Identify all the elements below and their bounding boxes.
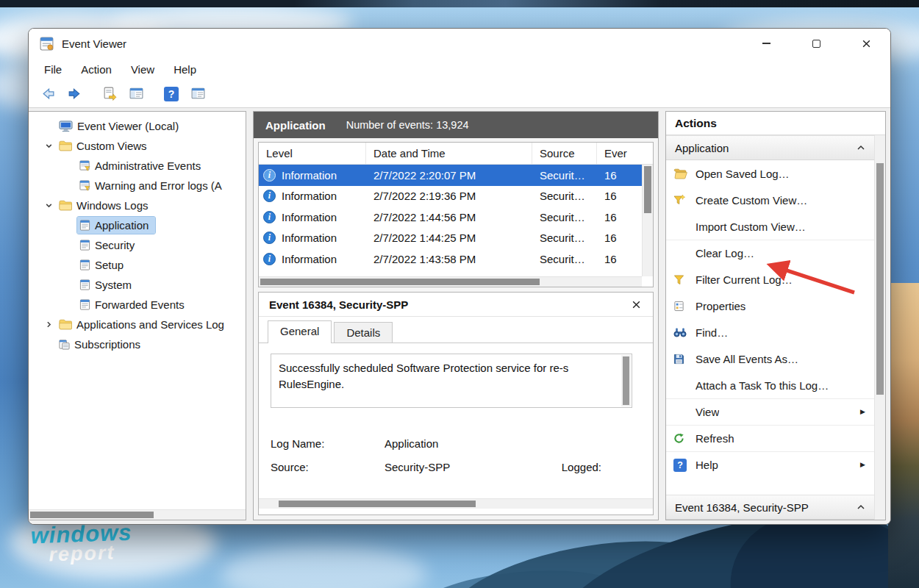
scrollbar-thumb[interactable] <box>260 279 540 285</box>
tree-item-windows-logs[interactable]: Windows Logs <box>29 196 246 215</box>
create-custom-view-icon <box>673 194 695 206</box>
action-pane-icon <box>190 86 206 101</box>
tree-item-system[interactable]: System <box>29 275 246 295</box>
action-label: Filter Current Log… <box>695 273 793 286</box>
event-level: Information <box>282 253 337 265</box>
tree-item-label: Warning and Error logs (A <box>95 179 222 192</box>
folder-icon <box>59 140 72 151</box>
event-description: Successfully scheduled Software Protecti… <box>271 354 632 408</box>
description-vertical-scrollbar[interactable] <box>621 355 631 406</box>
action-help[interactable]: ? Help ▶ <box>666 451 874 478</box>
tree-item-administrative-events[interactable]: Administrative Events <box>29 156 246 176</box>
scrollbar-thumb[interactable] <box>279 501 476 507</box>
forward-button[interactable] <box>64 84 85 104</box>
column-header-event-id[interactable]: Ever <box>597 143 653 164</box>
action-clear-log[interactable]: Clear Log… <box>666 240 874 266</box>
window-controls <box>733 29 890 58</box>
tree-item-label: System <box>95 279 132 291</box>
collapse-section-icon[interactable] <box>857 145 865 151</box>
action-create-custom-view[interactable]: Create Custom View… <box>666 187 874 213</box>
action-filter-current-log[interactable]: Filter Current Log… <box>666 266 874 293</box>
action-refresh[interactable]: Refresh <box>666 425 874 451</box>
minimize-icon <box>762 43 770 44</box>
column-header-date-time[interactable]: Date and Time <box>366 143 532 164</box>
column-header-level[interactable]: Level <box>259 143 366 164</box>
tree-horizontal-scrollbar[interactable] <box>29 509 246 520</box>
action-save-all-events-as[interactable]: Save All Events As… <box>666 345 874 372</box>
event-row[interactable]: iInformation 2/7/2022 1:44:56 PM Securit… <box>259 207 642 228</box>
chevron-down-icon[interactable] <box>40 201 57 209</box>
action-find[interactable]: Find… <box>666 319 874 345</box>
table-header-row: Level Date and Time Source Ever <box>259 143 653 165</box>
tree-item-subscriptions[interactable]: Subscriptions <box>29 334 246 354</box>
help-icon: ? <box>673 459 695 472</box>
action-pane-toggle-button[interactable] <box>187 84 208 104</box>
tree-item-label: Subscriptions <box>74 338 140 351</box>
properties-icon <box>673 301 695 312</box>
action-open-saved-log[interactable]: Open Saved Log… <box>666 160 874 187</box>
section-header-application[interactable]: Application <box>666 135 874 160</box>
menu-file[interactable]: File <box>35 60 71 79</box>
event-id: 16 <box>597 169 642 182</box>
action-properties[interactable]: Properties <box>666 293 874 319</box>
action-label: Import Custom View… <box>695 220 806 233</box>
action-label: View <box>695 406 719 418</box>
tree-item-forwarded-events[interactable]: Forwarded Events <box>29 295 246 315</box>
scrollbar-thumb[interactable] <box>30 512 154 518</box>
tree-item-application[interactable]: Application <box>29 215 246 235</box>
event-details-horizontal-scrollbar[interactable] <box>259 498 653 509</box>
chevron-down-icon[interactable] <box>40 142 57 150</box>
action-view[interactable]: View ▶ <box>666 398 874 425</box>
tree-item-warning-and-error-logs[interactable]: Warning and Error logs (A <box>29 176 246 196</box>
event-source: Securit… <box>532 190 597 202</box>
menu-view[interactable]: View <box>121 60 164 79</box>
event-row[interactable]: iInformation 2/7/2022 1:43:58 PM Securit… <box>259 248 642 270</box>
export-log-icon <box>102 86 118 101</box>
event-row[interactable]: iInformation 2/7/2022 2:20:07 PM Securit… <box>259 165 642 186</box>
scrollbar-thumb[interactable] <box>644 166 651 213</box>
event-level: Information <box>282 169 337 182</box>
menu-help[interactable]: Help <box>164 60 206 79</box>
actions-panel: Actions Application Open Saved Log… Crea… <box>665 111 886 520</box>
event-log-icon <box>79 279 90 290</box>
scrollbar-thumb[interactable] <box>623 356 629 405</box>
tree-item-label: Setup <box>95 259 124 271</box>
event-datetime: 2/7/2022 2:19:36 PM <box>366 190 532 202</box>
tree-item-applications-and-services-logs[interactable]: Applications and Services Log <box>29 315 246 334</box>
actions-vertical-scrollbar[interactable] <box>874 135 885 520</box>
chevron-right-icon[interactable] <box>40 320 57 329</box>
event-count: Number of events: 13,924 <box>346 119 469 131</box>
close-event-details-button[interactable] <box>628 296 644 312</box>
menu-action[interactable]: Action <box>71 60 121 79</box>
close-button[interactable] <box>849 29 883 58</box>
event-id: 16 <box>597 190 642 202</box>
collapse-section-icon[interactable] <box>857 504 865 510</box>
column-header-source[interactable]: Source <box>532 143 597 164</box>
scrollbar-thumb[interactable] <box>876 163 884 395</box>
event-list-vertical-scrollbar[interactable] <box>642 165 653 276</box>
help-button[interactable]: ? <box>161 84 182 104</box>
event-row[interactable]: iInformation 2/7/2022 1:44:25 PM Securit… <box>259 228 642 249</box>
console-tree-toggle-button[interactable] <box>126 84 146 104</box>
action-attach-task[interactable]: Attach a Task To this Log… <box>666 372 874 398</box>
section-header-event[interactable]: Event 16384, Security-SPP <box>666 495 874 520</box>
event-row[interactable]: iInformation 2/7/2022 2:19:36 PM Securit… <box>259 186 642 207</box>
maximize-button[interactable] <box>799 29 833 58</box>
action-import-custom-view[interactable]: Import Custom View… <box>666 213 874 240</box>
tree-item-label: Applications and Services Log <box>76 318 224 331</box>
tree-item-event-viewer-local[interactable]: Event Viewer (Local) <box>29 116 246 136</box>
tree-item-setup[interactable]: Setup <box>29 255 246 275</box>
event-list-horizontal-scrollbar[interactable] <box>259 276 642 287</box>
export-button[interactable] <box>99 84 120 104</box>
tab-general[interactable]: General <box>268 320 332 343</box>
log-name-label: Log Name: <box>271 437 385 450</box>
tree-item-custom-views[interactable]: Custom Views <box>29 136 246 156</box>
tree-item-security[interactable]: Security <box>29 235 246 255</box>
minimize-button[interactable] <box>749 29 783 58</box>
back-arrow-icon <box>40 86 56 101</box>
event-log-icon <box>79 240 90 251</box>
close-icon <box>632 300 641 309</box>
information-icon: i <box>263 190 276 202</box>
back-button[interactable] <box>37 84 58 104</box>
tab-details[interactable]: Details <box>334 322 393 343</box>
